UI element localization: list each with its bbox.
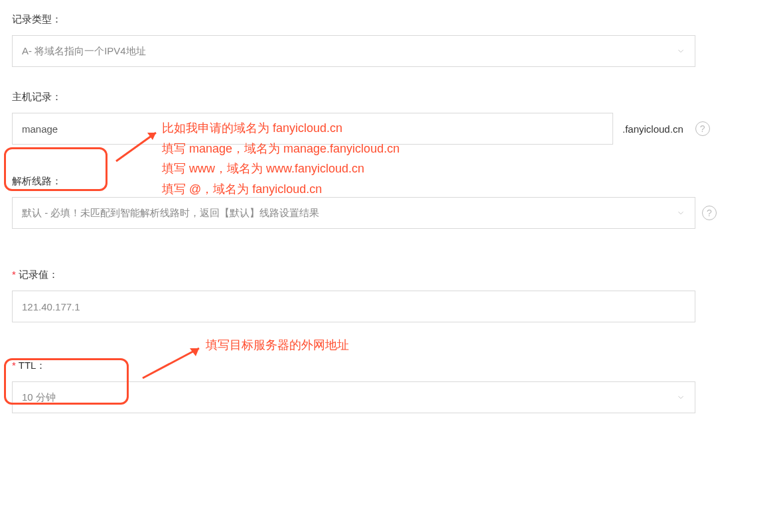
svg-marker-1 [190,348,199,356]
host-record-row: manage .fanyicloud.cn ? [12,113,767,145]
ttl-select[interactable]: 10 分钟 [12,381,695,413]
ttl-label: TTL： [12,360,767,372]
chevron-down-icon [676,393,685,402]
help-icon[interactable]: ? [695,121,710,136]
annotation-value: 填写目标服务器的外网地址 [206,335,349,356]
record-value-label: 记录值： [12,269,767,281]
dns-line-row: 默认 - 必填！未匹配到智能解析线路时，返回【默认】线路设置结果 ? [12,197,767,229]
host-record-group: 主机记录： manage .fanyicloud.cn ? [12,91,767,145]
host-record-label: 主机记录： [12,91,767,103]
dns-line-group: 解析线路： 默认 - 必填！未匹配到智能解析线路时，返回【默认】线路设置结果 ? [12,175,767,229]
record-value-group: 记录值： 121.40.177.1 [12,269,767,322]
record-value-input[interactable]: 121.40.177.1 [12,291,695,322]
host-record-input[interactable]: manage [12,113,613,145]
dns-line-select[interactable]: 默认 - 必填！未匹配到智能解析线路时，返回【默认】线路设置结果 [12,197,695,229]
ttl-value: 10 分钟 [22,391,56,404]
chevron-down-icon [676,46,685,56]
help-icon[interactable]: ? [702,206,717,220]
record-type-value: A- 将域名指向一个IPV4地址 [22,45,146,58]
domain-suffix: .fanyicloud.cn [622,123,683,135]
host-record-value: manage [22,123,58,135]
record-value-text: 121.40.177.1 [22,301,80,312]
record-type-group: 记录类型： A- 将域名指向一个IPV4地址 [12,13,767,67]
dns-line-value: 默认 - 必填！未匹配到智能解析线路时，返回【默认】线路设置结果 [22,207,319,220]
record-type-label: 记录类型： [12,13,767,26]
record-type-select[interactable]: A- 将域名指向一个IPV4地址 [12,35,695,67]
dns-line-label: 解析线路： [12,175,767,188]
chevron-down-icon [676,208,685,218]
ttl-group: TTL： 10 分钟 [12,360,767,413]
